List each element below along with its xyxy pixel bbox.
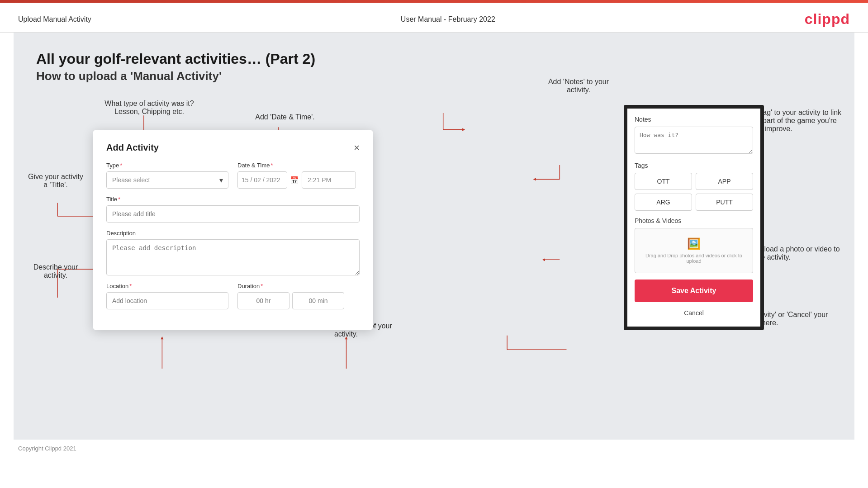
form-group-type: Type* Please select (106, 162, 228, 189)
tags-section-label: Tags (635, 162, 753, 169)
form-group-duration: Duration* (237, 283, 360, 309)
svg-marker-26 (542, 258, 545, 261)
main-content: All your golf-relevant activities… (Part… (14, 33, 854, 440)
header-center: User Manual - February 2022 (401, 15, 495, 24)
phone-panel: Notes Tags OTT APP ARG PUTT Photos & Vid… (624, 105, 764, 330)
form-row-description: Description (106, 230, 360, 275)
page-title: All your golf-relevant activities… (Part… (36, 51, 832, 67)
tag-arg[interactable]: ARG (635, 194, 692, 211)
tag-putt[interactable]: PUTT (696, 194, 753, 211)
annotation-datetime: Add 'Date & Time'. (240, 113, 330, 121)
tags-grid: OTT APP ARG PUTT (635, 173, 753, 211)
clippd-logo: clippd (805, 11, 850, 28)
form-group-title: Title* (106, 196, 360, 223)
footer: Copyright Clippd 2021 (0, 440, 868, 457)
description-label: Description (106, 230, 360, 237)
tag-app[interactable]: APP (696, 173, 753, 190)
form-group-location: Location* (106, 283, 228, 309)
location-input[interactable] (106, 292, 228, 309)
type-select-wrapper: Please select (106, 171, 228, 189)
annotation-photo: Upload a photo or video to the activity. (755, 245, 845, 261)
svg-marker-24 (533, 178, 536, 180)
duration-hr-input[interactable] (237, 292, 289, 309)
form-group-datetime: Date & Time* 📅 (237, 162, 360, 189)
duration-label: Duration* (237, 283, 360, 289)
annotation-description: Describe your activity. (26, 263, 85, 280)
location-label: Location* (106, 283, 228, 289)
type-label: Type* (106, 162, 228, 169)
header-left: Upload Manual Activity (18, 15, 91, 24)
photos-drop-zone[interactable]: 🖼️ Drag and Drop photos and videos or cl… (635, 228, 753, 273)
duration-min-input[interactable] (292, 292, 344, 309)
save-activity-button[interactable]: Save Activity (635, 280, 753, 302)
annotation-title: Give your activity a 'Title'. (26, 173, 85, 189)
svg-marker-20 (462, 128, 465, 131)
description-textarea[interactable] (106, 239, 360, 275)
photos-label: Photos & Videos (635, 217, 753, 224)
header: Upload Manual Activity User Manual - Feb… (0, 3, 868, 33)
form-row-title: Title* (106, 196, 360, 223)
title-label: Title* (106, 196, 360, 203)
form-group-description: Description (106, 230, 360, 275)
duration-row (237, 292, 360, 309)
form-row-location-duration: Location* Duration* (106, 283, 360, 309)
copyright-text: Copyright Clippd 2021 (18, 445, 76, 452)
phone-content: Notes Tags OTT APP ARG PUTT Photos & Vid… (627, 109, 760, 327)
notes-section-label: Notes (635, 116, 753, 123)
tag-ott[interactable]: OTT (635, 173, 692, 190)
add-activity-dialog: Add Activity × Type* Please select Date … (93, 130, 373, 330)
page-subtitle: How to upload a 'Manual Activity' (36, 69, 832, 83)
form-row-type-datetime: Type* Please select Date & Time* 📅 (106, 162, 360, 189)
calendar-icon[interactable]: 📅 (290, 176, 299, 185)
time-input[interactable] (302, 171, 356, 189)
notes-input[interactable] (635, 127, 753, 154)
photos-drop-text: Drag and Drop photos and videos or click… (644, 253, 744, 264)
annotation-notes: Add 'Notes' to your activity. (538, 78, 619, 94)
date-input[interactable] (237, 171, 287, 189)
annotation-type: What type of activity was it? Lesson, Ch… (104, 99, 194, 116)
datetime-label: Date & Time* (237, 162, 360, 169)
close-button[interactable]: × (354, 143, 360, 153)
photo-upload-icon: 🖼️ (644, 237, 744, 250)
dialog-header: Add Activity × (106, 142, 360, 153)
date-row: 📅 (237, 171, 360, 189)
type-select[interactable]: Please select (106, 171, 228, 189)
cancel-link[interactable]: Cancel (635, 307, 753, 319)
svg-marker-14 (161, 336, 163, 339)
dialog-title: Add Activity (106, 142, 159, 153)
title-input[interactable] (106, 205, 360, 223)
